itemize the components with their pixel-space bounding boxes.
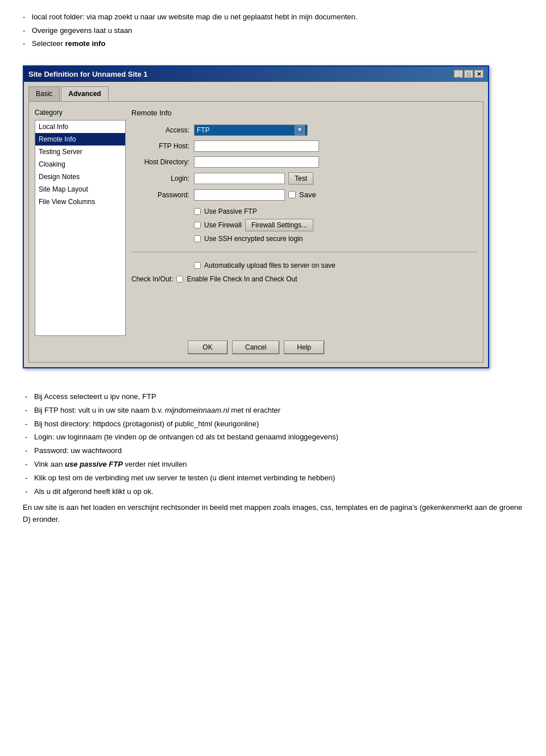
password-input[interactable]	[194, 189, 285, 201]
firewall-row: Use Firewall Firewall Settings...	[194, 219, 477, 231]
host-dir-label: Host Directory:	[131, 157, 194, 167]
bottom-options: Automatically upload files to server on …	[131, 260, 477, 284]
password-row: Save	[194, 189, 477, 201]
body-item-ok: Als u dit afgerond heeft klikt u op ok.	[23, 486, 523, 498]
passive-ftp-row: Use Passive FTP	[194, 206, 477, 217]
host-dir-input[interactable]	[194, 156, 319, 168]
auto-upload-checkbox-row: Automatically upload files to server on …	[194, 260, 477, 271]
dropdown-arrow-icon[interactable]: ▼	[295, 125, 305, 135]
minimize-button[interactable]: _	[454, 70, 463, 78]
body-item-host-dir: Bij host directory: httpdocs (protagonis…	[23, 418, 523, 430]
checkin-label: Check In/Out:	[131, 274, 173, 284]
checkin-checkbox[interactable]	[176, 276, 183, 283]
body-text-section: Bij Access selecteert u ipv none, FTP Bi…	[23, 391, 523, 526]
test-button[interactable]: Test	[288, 172, 313, 185]
ssh-row: Use SSH encrypted secure login	[194, 234, 477, 244]
titlebar-buttons: _ □ ✕	[454, 70, 483, 78]
category-local-info[interactable]: Local Info	[35, 121, 125, 133]
category-section: Category Local Info Remote Info Testing …	[35, 107, 126, 336]
tab-basic[interactable]: Basic	[28, 86, 60, 101]
tabs-row: Basic Advanced	[28, 86, 483, 101]
category-label: Category	[35, 107, 126, 118]
intro-item-3: Selecteer remote info	[23, 38, 523, 49]
auto-upload-checkbox[interactable]	[194, 262, 201, 269]
category-remote-info[interactable]: Remote Info	[35, 133, 125, 146]
access-input-row: FTP ▼	[194, 124, 477, 136]
category-cloaking[interactable]: Cloaking	[35, 158, 125, 171]
cancel-button[interactable]: Cancel	[232, 340, 279, 354]
maximize-button[interactable]: □	[464, 70, 473, 78]
firewall-settings-button[interactable]: Firewall Settings...	[245, 219, 313, 231]
category-list: Local Info Remote Info Testing Server Cl…	[35, 120, 126, 336]
category-site-map-layout[interactable]: Site Map Layout	[35, 183, 125, 196]
auto-upload-row: Automatically upload files to server on …	[131, 260, 477, 271]
body-item-test: Klik op test om de verbinding met uw ser…	[23, 472, 523, 484]
use-ssh-checkbox[interactable]	[194, 235, 201, 242]
body-item-passive: Vink aan use passive FTP verder niet inv…	[23, 459, 523, 471]
category-design-notes[interactable]: Design Notes	[35, 171, 125, 183]
divider	[131, 252, 477, 252]
save-checkbox[interactable]	[288, 191, 296, 198]
access-dropdown[interactable]: FTP ▼	[194, 124, 308, 136]
access-dropdown-value: FTP	[197, 125, 210, 135]
panel-inner: Category Local Info Remote Info Testing …	[35, 107, 477, 336]
access-label: Access:	[131, 125, 194, 135]
intro-item-1: local root folder: via map zoekt u naar …	[23, 11, 523, 23]
content-area: Remote Info Access: FTP ▼ FTP Host:	[131, 107, 477, 336]
body-item-access: Bij Access selecteert u ipv none, FTP	[23, 391, 523, 403]
use-ssh-label: Use SSH encrypted secure login	[204, 234, 303, 244]
ftp-host-label: FTP Host:	[131, 141, 194, 151]
checkbox-section: Use Passive FTP Use Firewall Firewall Se…	[131, 206, 477, 244]
body-paragraph-final: En uw site is aan het loaden en verschij…	[23, 502, 523, 526]
dialog-footer: OK Cancel Help	[35, 336, 477, 356]
help-button[interactable]: Help	[284, 340, 324, 354]
checkin-row: Check In/Out: Enable File Check In and C…	[131, 274, 477, 284]
dialog-title: Site Definition for Unnamed Site 1	[28, 69, 147, 80]
dialog-titlebar: Site Definition for Unnamed Site 1 _ □ ✕	[24, 67, 488, 82]
body-item-ftp-host: Bij FTP host: vult u in uw site naam b.v…	[23, 405, 523, 417]
password-label: Password:	[131, 190, 194, 200]
login-row: Test	[194, 172, 477, 185]
tab-advanced[interactable]: Advanced	[61, 86, 108, 101]
save-label: Save	[299, 189, 316, 201]
form-grid: Access: FTP ▼ FTP Host: Host Directory:	[131, 124, 477, 201]
host-dir-row	[194, 156, 477, 168]
content-title: Remote Info	[131, 107, 477, 119]
body-item-password: Password: uw wachtwoord	[23, 445, 523, 457]
dialog-body: Basic Advanced Category Local Info Remot…	[24, 82, 488, 367]
ftp-host-input[interactable]	[194, 140, 319, 152]
category-testing-server[interactable]: Testing Server	[35, 146, 125, 158]
ftp-host-row	[194, 140, 477, 152]
dialog-panel: Category Local Info Remote Info Testing …	[28, 101, 483, 363]
body-list-1: Bij Access selecteert u ipv none, FTP Bi…	[23, 391, 523, 497]
use-firewall-label: Use Firewall	[204, 220, 242, 230]
body-item-login: Login: uw loginnaam (te vinden op de ont…	[23, 431, 523, 443]
login-input[interactable]	[194, 173, 285, 184]
use-firewall-checkbox[interactable]	[194, 222, 201, 229]
checkin-checkbox-label: Enable File Check In and Check Out	[187, 274, 297, 284]
ok-button[interactable]: OK	[188, 340, 228, 354]
passive-ftp-label: Use Passive FTP	[204, 206, 257, 217]
intro-item-2: Overige gegevens laat u staan	[23, 25, 523, 36]
login-label: Login:	[131, 173, 194, 184]
auto-upload-label: Automatically upload files to server on …	[204, 260, 336, 271]
intro-list: local root folder: via map zoekt u naar …	[23, 11, 523, 49]
passive-ftp-checkbox[interactable]	[194, 208, 201, 215]
site-definition-dialog: Site Definition for Unnamed Site 1 _ □ ✕…	[23, 65, 489, 369]
category-file-view-columns[interactable]: File View Columns	[35, 196, 125, 208]
close-button[interactable]: ✕	[474, 70, 483, 78]
